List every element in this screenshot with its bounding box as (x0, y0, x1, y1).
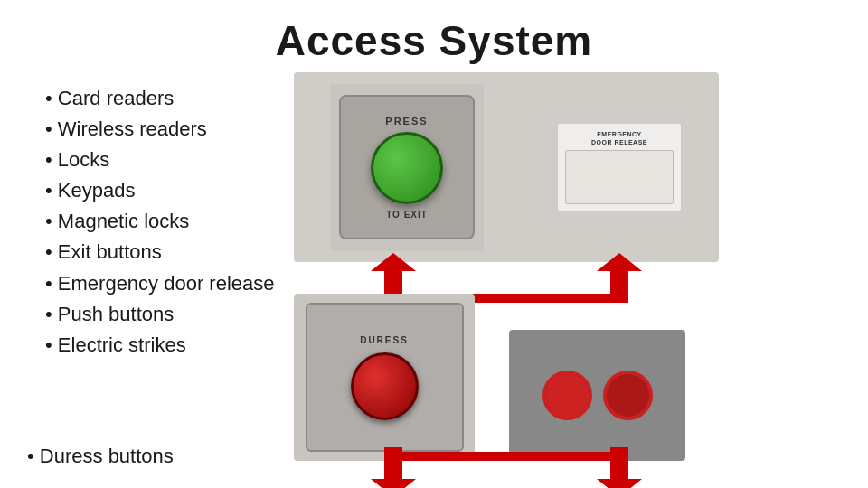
top-image: PRESS TO EXIT EMERGENCYDOOR RELEASE (294, 72, 719, 262)
red-button (351, 352, 419, 420)
page-title: Access System (0, 0, 868, 65)
emergency-title: EMERGENCYDOOR RELEASE (591, 130, 647, 146)
svg-rect-5 (402, 452, 610, 461)
images-area: PRESS TO EXIT EMERGENCYDOOR RELEASE DURE… (267, 72, 845, 470)
bullet-item: Emergency door release (45, 268, 298, 299)
bullet-item: Keypads (45, 175, 298, 206)
page-container: Access System Card readersWireless reade… (0, 0, 868, 488)
duress-bottom: Duress buttons (27, 445, 174, 468)
bottom-left-image: DURESS (294, 294, 475, 461)
bullet-item: Locks (45, 145, 298, 175)
emergency-box: EMERGENCYDOOR RELEASE (556, 122, 683, 212)
exit-label: TO EXIT (386, 210, 428, 220)
bullet-item: Exit buttons (45, 237, 298, 267)
duress-label: DURESS (360, 335, 409, 345)
bottom-right-image (509, 330, 685, 461)
ceiling-sensor-2 (603, 371, 653, 420)
emergency-box-inner (565, 150, 674, 204)
bullet-item: Card readers (45, 83, 298, 114)
bullet-item: Electric strikes (45, 330, 298, 361)
green-button (371, 132, 443, 204)
ceiling-sensor-1 (542, 371, 592, 420)
duress-plate: DURESS (306, 303, 464, 452)
press-label: PRESS (385, 116, 428, 127)
bullet-item: Magnetic locks (45, 206, 298, 237)
bullet-item: Wireless readers (45, 114, 298, 145)
arrows-bottom (312, 447, 746, 488)
bullet-list: Card readersWireless readersLocksKeypads… (18, 74, 298, 361)
circles-row (542, 371, 653, 420)
bullet-item: Push buttons (45, 299, 298, 330)
press-plate: PRESS TO EXIT (339, 95, 475, 239)
press-button-container: PRESS TO EXIT (330, 84, 484, 251)
